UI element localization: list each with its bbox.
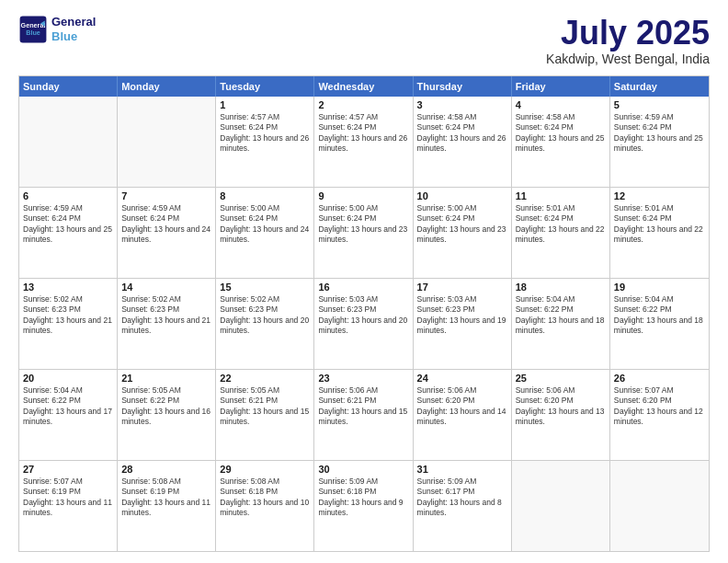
cal-cell: 10Sunrise: 5:00 AMSunset: 6:24 PMDayligh… <box>414 188 512 278</box>
week-row-3: 13Sunrise: 5:02 AMSunset: 6:23 PMDayligh… <box>19 278 709 369</box>
cell-info: Sunrise: 5:09 AMSunset: 6:18 PMDaylight:… <box>318 477 408 519</box>
day-number: 8 <box>220 190 310 201</box>
cal-cell: 19Sunrise: 5:04 AMSunset: 6:22 PMDayligh… <box>610 279 709 369</box>
day-number: 15 <box>220 282 310 293</box>
cell-info: Sunrise: 5:02 AMSunset: 6:23 PMDaylight:… <box>121 294 211 337</box>
day-number: 11 <box>516 190 606 201</box>
day-number: 21 <box>121 373 211 384</box>
cell-info: Sunrise: 5:06 AMSunset: 6:20 PMDaylight:… <box>417 385 507 428</box>
day-number: 28 <box>121 464 211 475</box>
cell-info: Sunrise: 5:05 AMSunset: 6:22 PMDaylight:… <box>121 385 211 428</box>
cal-cell: 2Sunrise: 4:57 AMSunset: 6:24 PMDaylight… <box>314 97 413 187</box>
cell-info: Sunrise: 4:57 AMSunset: 6:24 PMDaylight:… <box>220 112 310 155</box>
cal-cell: 17Sunrise: 5:03 AMSunset: 6:23 PMDayligh… <box>414 279 512 369</box>
location: Kakdwip, West Bengal, India <box>546 52 710 66</box>
cell-info: Sunrise: 4:58 AMSunset: 6:24 PMDaylight:… <box>516 112 606 155</box>
cal-cell: 12Sunrise: 5:01 AMSunset: 6:24 PMDayligh… <box>610 188 709 278</box>
cal-cell: 6Sunrise: 4:59 AMSunset: 6:24 PMDaylight… <box>19 188 118 278</box>
cal-cell: 27Sunrise: 5:07 AMSunset: 6:19 PMDayligh… <box>19 461 118 551</box>
title-area: July 2025 Kakdwip, West Bengal, India <box>546 15 710 66</box>
logo-text: General Blue <box>51 15 96 43</box>
calendar-header: SundayMondayTuesdayWednesdayThursdayFrid… <box>19 76 709 97</box>
day-number: 1 <box>220 99 310 110</box>
week-row-4: 20Sunrise: 5:04 AMSunset: 6:22 PMDayligh… <box>19 369 709 460</box>
cal-cell: 31Sunrise: 5:09 AMSunset: 6:17 PMDayligh… <box>414 461 512 551</box>
logo: General Blue General Blue <box>18 15 96 44</box>
cell-info: Sunrise: 5:09 AMSunset: 6:17 PMDaylight:… <box>417 477 507 519</box>
cell-info: Sunrise: 5:05 AMSunset: 6:21 PMDaylight:… <box>220 385 310 428</box>
cell-info: Sunrise: 5:08 AMSunset: 6:18 PMDaylight:… <box>220 477 310 519</box>
cell-info: Sunrise: 5:00 AMSunset: 6:24 PMDaylight:… <box>220 203 310 246</box>
svg-text:Blue: Blue <box>26 29 40 37</box>
logo-icon: General Blue <box>18 15 48 44</box>
day-number: 13 <box>23 282 113 293</box>
cell-info: Sunrise: 5:01 AMSunset: 6:24 PMDaylight:… <box>614 203 705 246</box>
cell-info: Sunrise: 4:57 AMSunset: 6:24 PMDaylight:… <box>318 112 408 155</box>
cal-cell: 11Sunrise: 5:01 AMSunset: 6:24 PMDayligh… <box>512 188 610 278</box>
cal-cell: 3Sunrise: 4:58 AMSunset: 6:24 PMDaylight… <box>414 97 512 187</box>
day-number: 31 <box>417 464 507 475</box>
cell-info: Sunrise: 5:06 AMSunset: 6:20 PMDaylight:… <box>516 385 606 428</box>
cal-cell: 24Sunrise: 5:06 AMSunset: 6:20 PMDayligh… <box>414 370 512 460</box>
cal-cell: 7Sunrise: 4:59 AMSunset: 6:24 PMDaylight… <box>118 188 216 278</box>
cal-cell: 25Sunrise: 5:06 AMSunset: 6:20 PMDayligh… <box>512 370 610 460</box>
day-number: 6 <box>23 190 113 201</box>
day-number: 19 <box>614 282 705 293</box>
day-header-friday: Friday <box>512 76 610 97</box>
cal-cell <box>118 97 216 187</box>
cal-cell: 21Sunrise: 5:05 AMSunset: 6:22 PMDayligh… <box>118 370 216 460</box>
day-header-wednesday: Wednesday <box>314 76 413 97</box>
day-number: 20 <box>23 373 113 384</box>
cal-cell: 4Sunrise: 4:58 AMSunset: 6:24 PMDaylight… <box>512 97 610 187</box>
cal-cell <box>512 461 610 551</box>
month-title: July 2025 <box>546 15 710 52</box>
day-number: 12 <box>614 190 705 201</box>
day-number: 23 <box>318 373 408 384</box>
cal-cell: 20Sunrise: 5:04 AMSunset: 6:22 PMDayligh… <box>19 370 118 460</box>
cal-cell: 5Sunrise: 4:59 AMSunset: 6:24 PMDaylight… <box>610 97 709 187</box>
day-number: 3 <box>417 99 507 110</box>
week-row-5: 27Sunrise: 5:07 AMSunset: 6:19 PMDayligh… <box>19 460 709 551</box>
day-number: 17 <box>417 282 507 293</box>
cell-info: Sunrise: 4:59 AMSunset: 6:24 PMDaylight:… <box>121 203 211 246</box>
day-number: 4 <box>516 99 606 110</box>
day-number: 27 <box>23 464 113 475</box>
cell-info: Sunrise: 5:00 AMSunset: 6:24 PMDaylight:… <box>417 203 507 246</box>
cell-info: Sunrise: 5:04 AMSunset: 6:22 PMDaylight:… <box>516 294 606 337</box>
cal-cell: 29Sunrise: 5:08 AMSunset: 6:18 PMDayligh… <box>216 461 314 551</box>
cell-info: Sunrise: 4:59 AMSunset: 6:24 PMDaylight:… <box>614 112 705 155</box>
day-header-tuesday: Tuesday <box>216 76 314 97</box>
cal-cell <box>19 97 118 187</box>
cal-cell: 14Sunrise: 5:02 AMSunset: 6:23 PMDayligh… <box>118 279 216 369</box>
day-number: 18 <box>516 282 606 293</box>
cal-cell: 18Sunrise: 5:04 AMSunset: 6:22 PMDayligh… <box>512 279 610 369</box>
day-header-saturday: Saturday <box>610 76 709 97</box>
cell-info: Sunrise: 4:59 AMSunset: 6:24 PMDaylight:… <box>23 203 113 246</box>
cell-info: Sunrise: 4:58 AMSunset: 6:24 PMDaylight:… <box>417 112 507 155</box>
cal-cell: 23Sunrise: 5:06 AMSunset: 6:21 PMDayligh… <box>314 370 413 460</box>
cal-cell: 28Sunrise: 5:08 AMSunset: 6:19 PMDayligh… <box>118 461 216 551</box>
cell-info: Sunrise: 5:02 AMSunset: 6:23 PMDaylight:… <box>23 294 113 337</box>
week-row-2: 6Sunrise: 4:59 AMSunset: 6:24 PMDaylight… <box>19 187 709 278</box>
calendar: SundayMondayTuesdayWednesdayThursdayFrid… <box>18 75 710 552</box>
cal-cell: 1Sunrise: 4:57 AMSunset: 6:24 PMDaylight… <box>216 97 314 187</box>
cell-info: Sunrise: 5:08 AMSunset: 6:19 PMDaylight:… <box>121 477 211 519</box>
cell-info: Sunrise: 5:03 AMSunset: 6:23 PMDaylight:… <box>318 294 408 337</box>
day-header-thursday: Thursday <box>414 76 512 97</box>
day-number: 7 <box>121 190 211 201</box>
header: General Blue General Blue July 2025 Kakd… <box>18 15 710 66</box>
cal-cell: 8Sunrise: 5:00 AMSunset: 6:24 PMDaylight… <box>216 188 314 278</box>
cal-cell: 13Sunrise: 5:02 AMSunset: 6:23 PMDayligh… <box>19 279 118 369</box>
cell-info: Sunrise: 5:01 AMSunset: 6:24 PMDaylight:… <box>516 203 606 246</box>
cal-cell <box>610 461 709 551</box>
cell-info: Sunrise: 5:02 AMSunset: 6:23 PMDaylight:… <box>220 294 310 337</box>
day-number: 26 <box>614 373 705 384</box>
cell-info: Sunrise: 5:00 AMSunset: 6:24 PMDaylight:… <box>318 203 408 246</box>
page: General Blue General Blue July 2025 Kakd… <box>0 0 728 563</box>
day-header-sunday: Sunday <box>19 76 118 97</box>
cal-cell: 30Sunrise: 5:09 AMSunset: 6:18 PMDayligh… <box>314 461 413 551</box>
cal-cell: 26Sunrise: 5:07 AMSunset: 6:20 PMDayligh… <box>610 370 709 460</box>
day-number: 9 <box>318 190 408 201</box>
cell-info: Sunrise: 5:07 AMSunset: 6:20 PMDaylight:… <box>614 385 705 428</box>
calendar-body: 1Sunrise: 4:57 AMSunset: 6:24 PMDaylight… <box>19 97 709 551</box>
